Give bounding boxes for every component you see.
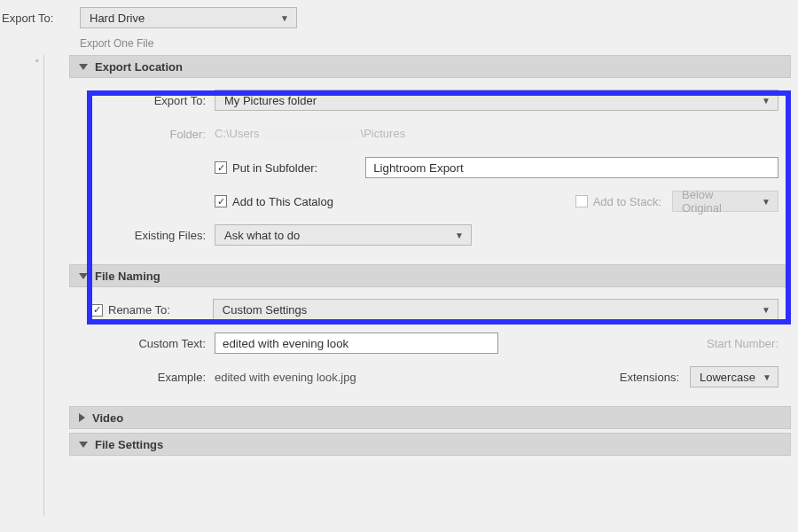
checkbox-checked-icon: ✓ <box>215 161 227 174</box>
export-to-label: Export To: <box>82 94 215 107</box>
folder-label: Folder: <box>82 128 215 141</box>
panel-title: File Settings <box>95 438 163 451</box>
chevron-down-icon: ▼ <box>280 13 289 23</box>
stack-position-value: Below Original <box>682 188 755 215</box>
chevron-down-icon: ▼ <box>762 305 771 315</box>
panel-video: Video <box>69 406 791 429</box>
checkbox-checked-icon: ✓ <box>90 304 103 317</box>
panel-header-export-location[interactable]: Export Location <box>69 55 791 78</box>
example-value: edited with evening look.jpg <box>215 371 356 384</box>
panel-title: Export Location <box>95 60 183 74</box>
add-to-catalog-checkbox[interactable]: ✓ Add to This Catalog <box>215 195 333 208</box>
export-to-value: My Pictures folder <box>224 94 317 107</box>
put-in-subfolder-checkbox[interactable]: ✓ Put in Subfolder: <box>215 161 317 175</box>
existing-files-label: Existing Files: <box>82 229 215 242</box>
example-label: Example: <box>82 371 215 384</box>
folder-path: C:\Users\Pictures <box>215 127 405 141</box>
disclosure-triangle-icon <box>79 413 85 422</box>
chevron-down-icon: ▼ <box>455 231 464 240</box>
folder-path-suffix: \Pictures <box>361 127 406 140</box>
export-to-select[interactable]: My Pictures folder ▼ <box>215 90 778 111</box>
preset-sidebar: ˄ <box>0 55 44 516</box>
disclosure-triangle-icon <box>79 442 88 448</box>
export-to-top-select[interactable]: Hard Drive ▼ <box>80 7 297 28</box>
panel-header-file-settings[interactable]: File Settings <box>69 433 791 456</box>
add-to-stack-checkbox: Add to Stack: <box>575 195 661 208</box>
chevron-down-icon: ▼ <box>763 372 771 382</box>
stack-position-select: Below Original ▼ <box>672 191 778 212</box>
existing-files-select[interactable]: Ask what to do ▼ <box>215 224 472 246</box>
export-to-top-label: Export To: <box>0 12 80 25</box>
start-number-label: Start Number: <box>707 337 778 350</box>
subfolder-input[interactable] <box>365 157 778 178</box>
rename-to-checkbox[interactable]: ✓ Rename To: <box>90 303 170 317</box>
export-to-top-value: Hard Drive <box>90 12 145 25</box>
disclosure-triangle-icon <box>79 64 88 70</box>
scroll-up-icon[interactable]: ˄ <box>35 59 40 70</box>
panel-export-location: Export Location Export To: My Pictures f… <box>69 55 791 261</box>
add-to-catalog-label: Add to This Catalog <box>232 195 333 208</box>
chevron-down-icon: ▼ <box>762 96 771 106</box>
add-to-stack-label: Add to Stack: <box>593 195 661 208</box>
extensions-value: Lowercase <box>700 371 755 384</box>
custom-text-input[interactable] <box>215 332 498 354</box>
rename-to-label: Rename To: <box>108 303 170 317</box>
checkbox-unchecked-icon <box>575 195 588 207</box>
chevron-down-icon: ▼ <box>762 197 771 207</box>
panel-file-settings: File Settings <box>69 433 791 456</box>
panel-title: File Naming <box>95 270 160 283</box>
extensions-select[interactable]: Lowercase ▼ <box>690 366 778 387</box>
checkbox-checked-icon: ✓ <box>215 195 227 207</box>
redacted-segment <box>262 129 359 141</box>
rename-template-select[interactable]: Custom Settings ▼ <box>213 299 778 320</box>
put-in-subfolder-label: Put in Subfolder: <box>232 161 317 175</box>
disclosure-triangle-icon <box>79 273 88 279</box>
export-count-hint: Export One File <box>0 35 798 55</box>
existing-files-value: Ask what to do <box>224 229 300 242</box>
rename-template-value: Custom Settings <box>223 303 307 317</box>
custom-text-label: Custom Text: <box>82 337 215 350</box>
panel-header-video[interactable]: Video <box>69 406 791 429</box>
extensions-label: Extensions: <box>620 371 679 384</box>
folder-path-prefix: C:\Users <box>215 127 260 140</box>
panel-file-naming: File Naming ✓ Rename To: Custom Settings <box>69 264 791 403</box>
panel-title: Video <box>92 411 123 425</box>
panel-header-file-naming[interactable]: File Naming <box>69 264 791 287</box>
